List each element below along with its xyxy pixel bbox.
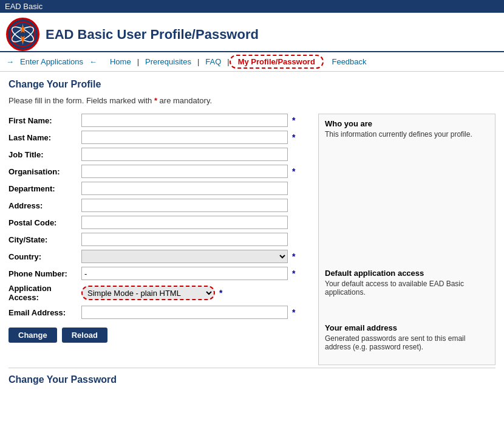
email-info-title: Your email address bbox=[325, 323, 489, 332]
page-title: Change Your Profile bbox=[9, 79, 495, 90]
who-you-are-text: This information currently defines your … bbox=[325, 130, 489, 139]
star-phone-number: * bbox=[292, 269, 295, 278]
input-first-name[interactable] bbox=[81, 114, 288, 127]
logo-svg bbox=[9, 21, 36, 48]
header: EAD Basic User Profile/Password bbox=[0, 13, 504, 52]
main-content: Change Your Profile Please fill in the f… bbox=[0, 72, 504, 399]
label-country: Country: bbox=[9, 252, 81, 261]
nav-prerequisites[interactable]: Prerequisites bbox=[139, 56, 197, 67]
label-first-name: First Name: bbox=[9, 116, 81, 125]
default-access-text: Your default access to available EAD Bas… bbox=[325, 280, 489, 297]
title-bar-text: EAD Basic bbox=[5, 2, 43, 11]
label-postal-code: Postal Code: bbox=[9, 218, 81, 227]
label-job-title: Job Title: bbox=[9, 150, 81, 159]
right-info-who-you-are: Who you are This information currently d… bbox=[325, 119, 489, 139]
label-department: Department: bbox=[9, 184, 81, 193]
nav-home[interactable]: Home bbox=[104, 56, 137, 67]
change-button[interactable]: Change bbox=[9, 328, 57, 343]
input-email-address[interactable] bbox=[81, 306, 288, 319]
field-email-address: Email Address: * bbox=[9, 306, 306, 319]
input-organisation[interactable] bbox=[81, 165, 288, 178]
password-section-title: Change Your Password bbox=[9, 374, 495, 385]
nav-faq[interactable]: FAQ bbox=[199, 56, 227, 67]
button-row: Change Reload bbox=[9, 328, 306, 343]
field-organisation: Organisation: * bbox=[9, 165, 306, 178]
input-job-title[interactable] bbox=[81, 148, 288, 161]
field-first-name: First Name: * bbox=[9, 114, 306, 127]
star-country: * bbox=[292, 252, 295, 261]
field-job-title: Job Title: bbox=[9, 148, 306, 161]
input-last-name[interactable] bbox=[81, 131, 288, 144]
field-address: Address: bbox=[9, 199, 306, 212]
star-email-address: * bbox=[292, 307, 295, 317]
nav-enter-applications[interactable]: Enter Applications bbox=[14, 56, 89, 67]
select-app-access[interactable]: Simple Mode - plain HTML Advanced Mode bbox=[81, 286, 215, 300]
field-department: Department: bbox=[9, 182, 306, 195]
label-address: Address: bbox=[9, 201, 81, 210]
logo bbox=[6, 18, 39, 51]
label-phone-number: Phone Number: bbox=[9, 269, 81, 278]
right-panel: Who you are This information currently d… bbox=[318, 114, 495, 365]
input-phone-number[interactable] bbox=[81, 267, 288, 280]
field-phone-number: Phone Number: * bbox=[9, 267, 306, 280]
divider bbox=[9, 368, 495, 368]
field-city-state: City/State: bbox=[9, 233, 306, 246]
form-left: First Name: * Last Name: * Job Title: bbox=[9, 114, 306, 365]
right-info-default-access: Default application access Your default … bbox=[325, 269, 489, 297]
nav-feedback[interactable]: Feedback bbox=[325, 56, 372, 67]
intro-text: Please fill in the form. Fields marked w… bbox=[9, 96, 495, 105]
input-department[interactable] bbox=[81, 182, 288, 195]
label-email-address: Email Address: bbox=[9, 308, 81, 317]
logo-area: EAD Basic User Profile/Password bbox=[6, 18, 498, 51]
field-app-access: Application Access: Simple Mode - plain … bbox=[9, 284, 306, 302]
title-bar: EAD Basic bbox=[0, 0, 504, 13]
site-title: EAD Basic User Profile/Password bbox=[46, 27, 259, 43]
who-you-are-title: Who you are bbox=[325, 119, 489, 128]
form-section: First Name: * Last Name: * Job Title: bbox=[9, 114, 495, 365]
star-first-name: * bbox=[292, 115, 295, 125]
field-last-name: Last Name: * bbox=[9, 131, 306, 144]
label-city-state: City/State: bbox=[9, 235, 81, 244]
reload-button[interactable]: Reload bbox=[62, 328, 107, 343]
star-last-name: * bbox=[292, 132, 295, 142]
input-city-state[interactable] bbox=[81, 233, 288, 246]
nav-arrow-left: ← bbox=[89, 57, 97, 66]
mandatory-asterisk: * bbox=[154, 96, 157, 105]
nav-arrow-right: → bbox=[6, 57, 14, 66]
input-postal-code[interactable] bbox=[81, 216, 288, 229]
label-last-name: Last Name: bbox=[9, 133, 81, 142]
right-info-email: Your email address Generated passwords a… bbox=[325, 323, 489, 351]
label-app-access: Application Access: bbox=[9, 284, 81, 302]
nav: → Enter Applications ← Home | Prerequisi… bbox=[0, 52, 504, 72]
field-postal-code: Postal Code: bbox=[9, 216, 306, 229]
label-organisation: Organisation: bbox=[9, 167, 81, 176]
default-access-title: Default application access bbox=[325, 269, 489, 278]
right-panel-box: Who you are This information currently d… bbox=[318, 114, 495, 365]
nav-my-profile[interactable]: My Profile/Password bbox=[230, 55, 324, 69]
star-organisation: * bbox=[292, 166, 295, 176]
field-country: Country: * bbox=[9, 250, 306, 263]
star-app-access: * bbox=[219, 288, 222, 298]
select-country[interactable] bbox=[81, 250, 288, 263]
email-info-text: Generated passwords are sent to this ema… bbox=[325, 334, 489, 351]
input-address[interactable] bbox=[81, 199, 288, 212]
